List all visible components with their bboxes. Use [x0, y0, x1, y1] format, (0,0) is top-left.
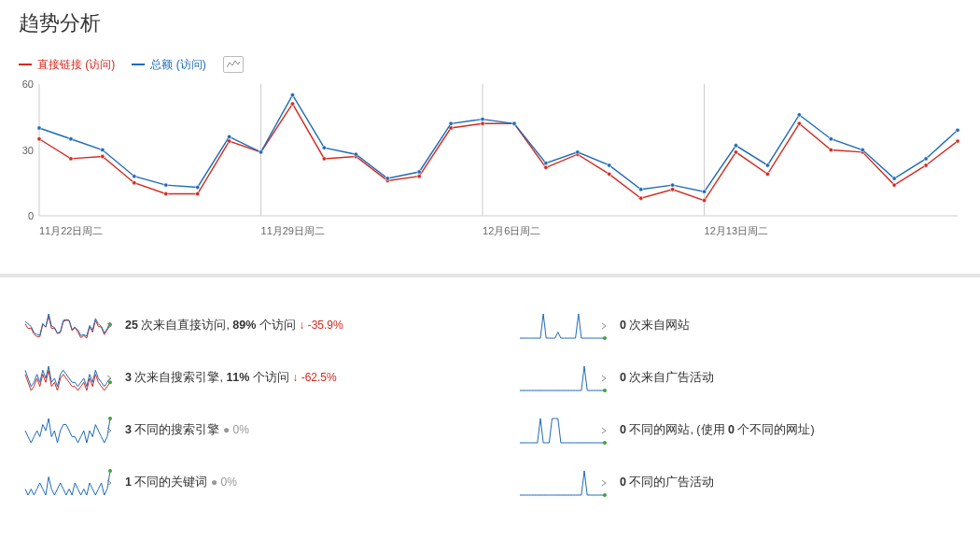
- svg-point-30: [608, 172, 611, 176]
- summary-item[interactable]: 1 不同的关键词 ● 0%: [23, 469, 462, 497]
- summary-item[interactable]: 25 次来自直接访问, 89% 个访问 ↓ -35.9%: [23, 312, 462, 340]
- svg-point-49: [259, 150, 262, 154]
- svg-point-36: [797, 121, 801, 125]
- summary-delta: ↓ -35.9%: [299, 319, 343, 332]
- summary-delta: ● 0%: [211, 475, 237, 489]
- summary-item[interactable]: 0 次来自网站: [518, 312, 957, 340]
- svg-point-48: [227, 135, 231, 138]
- summary-text: 3 不同的搜索引擎 ● 0%: [125, 422, 249, 439]
- svg-text:11月29日周二: 11月29日周二: [261, 225, 325, 236]
- svg-point-62: [670, 183, 674, 187]
- summary-item[interactable]: 0 不同的网站, (使用 0 个不同的网址): [518, 417, 957, 445]
- svg-text:12月6日周二: 12月6日周二: [483, 225, 540, 236]
- summary-text: 3 次来自搜索引擎, 11% 个访问 ↓ -62.5%: [125, 370, 337, 387]
- svg-point-76: [108, 417, 112, 420]
- chart-mode-button[interactable]: [223, 56, 244, 73]
- legend-total-label: 总额 (访问): [150, 57, 205, 73]
- svg-point-79: [603, 493, 607, 497]
- svg-point-37: [829, 148, 833, 151]
- svg-point-70: [924, 157, 928, 161]
- svg-point-32: [670, 188, 674, 191]
- svg-point-33: [702, 198, 706, 202]
- svg-point-59: [576, 150, 580, 154]
- svg-point-55: [449, 121, 453, 125]
- svg-text:11月22日周二: 11月22日周二: [39, 225, 103, 236]
- svg-point-40: [924, 163, 928, 167]
- svg-point-44: [101, 148, 105, 151]
- svg-point-65: [765, 163, 769, 167]
- legend-direct-swatch: [19, 64, 32, 65]
- summary-text: 0 不同的广告活动: [620, 475, 714, 491]
- summary-item[interactable]: 3 次来自搜索引擎, 11% 个访问 ↓ -62.5%: [23, 364, 462, 392]
- svg-point-68: [861, 148, 864, 151]
- trend-chart: 0306011月22日周二11月29日周二12月6日周二12月13日周二: [19, 78, 961, 242]
- svg-point-15: [133, 181, 136, 185]
- summary-text: 0 次来自网站: [620, 318, 690, 334]
- svg-point-46: [164, 183, 168, 187]
- svg-point-78: [108, 469, 112, 473]
- legend-total-swatch: [132, 64, 145, 65]
- summary-text: 1 不同的关键词 ● 0%: [125, 475, 237, 491]
- summary-delta: ↓ -62.5%: [292, 371, 336, 384]
- svg-point-67: [829, 137, 833, 141]
- svg-point-63: [702, 190, 706, 193]
- svg-point-53: [385, 177, 389, 180]
- svg-point-34: [734, 150, 737, 154]
- summary-delta: ● 0%: [223, 423, 249, 436]
- svg-point-16: [164, 191, 168, 195]
- svg-point-75: [603, 389, 607, 392]
- svg-point-14: [101, 154, 105, 158]
- summary-text: 25 次来自直接访问, 89% 个访问 ↓ -35.9%: [125, 318, 343, 334]
- svg-point-54: [417, 170, 421, 174]
- svg-point-12: [37, 137, 41, 141]
- legend-direct-label: 直接链接 (访问): [37, 57, 115, 73]
- svg-point-41: [956, 139, 959, 143]
- svg-point-52: [354, 152, 357, 156]
- svg-point-35: [765, 172, 769, 176]
- svg-point-66: [797, 113, 801, 117]
- svg-point-43: [69, 137, 73, 141]
- summary-item[interactable]: 3 不同的搜索引擎 ● 0%: [23, 417, 462, 445]
- svg-point-28: [544, 165, 548, 169]
- svg-point-71: [956, 128, 959, 132]
- svg-text:12月13日周二: 12月13日周二: [705, 225, 768, 236]
- svg-point-50: [290, 93, 294, 97]
- svg-point-60: [608, 163, 611, 167]
- svg-point-51: [322, 146, 326, 149]
- svg-point-26: [481, 121, 484, 125]
- svg-point-74: [108, 380, 112, 384]
- svg-point-58: [544, 161, 548, 164]
- svg-point-56: [481, 117, 484, 121]
- section-divider: [0, 274, 980, 289]
- svg-point-61: [638, 188, 642, 191]
- svg-point-57: [512, 121, 516, 125]
- summary-text: 0 次来自广告活动: [620, 370, 714, 387]
- svg-point-20: [290, 102, 294, 106]
- summary-text: 0 不同的网站, (使用 0 个不同的网址): [620, 422, 815, 439]
- summary-item[interactable]: 0 不同的广告活动: [518, 469, 957, 497]
- svg-point-39: [892, 183, 896, 187]
- svg-point-21: [322, 157, 326, 161]
- legend-direct[interactable]: 直接链接 (访问): [19, 57, 115, 73]
- svg-point-45: [133, 175, 136, 178]
- page-title: 趋势分析: [19, 9, 961, 37]
- svg-point-17: [195, 191, 199, 195]
- svg-point-47: [195, 185, 199, 189]
- svg-point-42: [37, 126, 41, 130]
- svg-point-13: [69, 157, 73, 161]
- svg-text:30: 30: [22, 145, 34, 156]
- svg-point-31: [638, 196, 642, 200]
- summary-item[interactable]: 0 次来自广告活动: [518, 364, 957, 392]
- svg-point-73: [603, 336, 607, 340]
- legend-total[interactable]: 总额 (访问): [132, 57, 205, 73]
- svg-point-64: [734, 144, 737, 148]
- svg-text:60: 60: [22, 78, 34, 90]
- svg-point-24: [417, 175, 421, 178]
- summary-grid: 25 次来自直接访问, 89% 个访问 ↓ -35.9%0 次来自网站3 次来自…: [23, 312, 957, 497]
- svg-point-69: [892, 177, 896, 180]
- svg-text:0: 0: [28, 210, 34, 221]
- svg-point-77: [603, 441, 607, 445]
- chart-legend: 直接链接 (访问) 总额 (访问): [19, 56, 961, 73]
